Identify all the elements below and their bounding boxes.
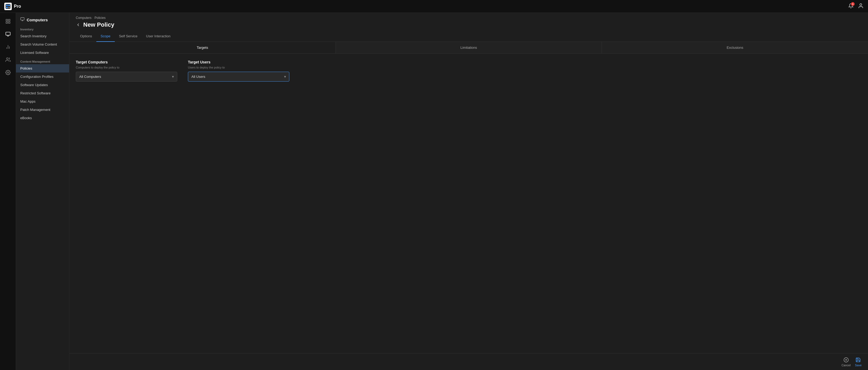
bottom-bar: Cancel Save (69, 353, 868, 370)
nav-item-licensed-software[interactable]: Licensed Software (16, 48, 69, 57)
nav-item-software-updates[interactable]: Software Updates (16, 81, 69, 89)
page-header: Computers : Policies New Policy (69, 13, 868, 28)
target-computers-select-wrapper: All Computers Specific Computers Compute… (76, 72, 177, 81)
breadcrumb: Computers : Policies (76, 16, 862, 20)
svg-rect-8 (8, 22, 10, 24)
svg-rect-16 (21, 18, 24, 20)
target-computers-select[interactable]: All Computers Specific Computers Compute… (76, 72, 177, 81)
target-users-group: Target Users Users to deploy the policy … (188, 60, 289, 81)
svg-rect-2 (8, 4, 10, 6)
breadcrumb-computers[interactable]: Computers (76, 16, 92, 20)
svg-rect-4 (8, 7, 10, 8)
tab-options[interactable]: Options (76, 31, 96, 42)
nav-item-config-profiles[interactable]: Configuration Profiles (16, 72, 69, 81)
svg-rect-10 (6, 32, 10, 35)
sidebar-icon-computers[interactable] (3, 29, 13, 39)
sidebar-icon-settings[interactable] (3, 67, 13, 78)
target-users-title: Target Users (188, 60, 289, 64)
save-icon (855, 357, 861, 363)
svg-rect-3 (6, 7, 8, 8)
content-area: Computers : Policies New Policy Options … (69, 13, 868, 370)
svg-rect-1 (6, 4, 8, 6)
targets-section: Target Computers Computers to deploy the… (69, 54, 868, 88)
svg-point-14 (6, 58, 8, 60)
nav-item-mac-apps[interactable]: Mac Apps (16, 97, 69, 106)
target-users-desc: Users to deploy the policy to (188, 66, 289, 69)
app-logo (4, 3, 12, 10)
target-users-select-wrapper: All Users Specific Users User Groups ▼ (188, 72, 289, 81)
computers-nav-icon (20, 17, 25, 23)
sub-tabs-bar: Targets Limitations Exclusions (69, 42, 868, 54)
nav-item-ebooks[interactable]: eBooks (16, 114, 69, 122)
target-computers-group: Target Computers Computers to deploy the… (76, 60, 177, 81)
inventory-section-label: Inventory (16, 25, 69, 32)
nav-item-search-inventory[interactable]: Search Inventory (16, 32, 69, 40)
left-nav-header: Computers (16, 13, 69, 25)
target-computers-desc: Computers to deploy the policy to (76, 66, 177, 69)
tab-scope[interactable]: Scope (96, 31, 115, 42)
content-management-section-label: Content Management (16, 57, 69, 64)
svg-rect-7 (8, 20, 10, 21)
svg-point-5 (860, 3, 862, 5)
nav-item-policies[interactable]: Policies (16, 64, 69, 72)
sidebar-icon-users[interactable] (3, 55, 13, 65)
left-nav: Computers Inventory Search Inventory Sea… (16, 13, 69, 370)
page-title-row: New Policy (76, 21, 862, 28)
targets-row: Target Computers Computers to deploy the… (76, 60, 862, 81)
svg-rect-9 (6, 22, 7, 24)
icon-sidebar (0, 13, 16, 370)
scope-content: Targets Limitations Exclusions Target Co… (69, 42, 868, 353)
topbar: Pro 1 (0, 0, 868, 13)
sub-tab-limitations[interactable]: Limitations (336, 42, 602, 53)
notification-badge: 1 (851, 2, 855, 6)
target-computers-title: Target Computers (76, 60, 177, 64)
topbar-right: 1 (848, 3, 864, 10)
save-label: Save (855, 364, 862, 367)
topbar-left: Pro (4, 3, 21, 10)
cancel-icon (843, 357, 849, 363)
nav-item-restricted-software[interactable]: Restricted Software (16, 89, 69, 97)
user-menu-button[interactable] (858, 3, 864, 10)
left-nav-title: Computers (27, 18, 48, 22)
cancel-label: Cancel (842, 364, 851, 367)
svg-point-15 (7, 72, 8, 73)
page-title: New Policy (83, 21, 114, 28)
tab-user-interaction[interactable]: User Interaction (142, 31, 175, 42)
save-button[interactable]: Save (855, 357, 862, 367)
sub-tab-targets[interactable]: Targets (69, 42, 336, 53)
back-button[interactable] (76, 23, 81, 27)
nav-item-patch-management[interactable]: Patch Management (16, 106, 69, 114)
breadcrumb-policies[interactable]: Policies (94, 16, 105, 20)
tabs-bar: Options Scope Self Service User Interact… (69, 31, 868, 42)
svg-rect-6 (6, 20, 7, 21)
app-name: Pro (14, 4, 21, 9)
cancel-button[interactable]: Cancel (842, 357, 851, 367)
breadcrumb-separator: : (93, 16, 93, 20)
main-layout: Computers Inventory Search Inventory Sea… (0, 13, 868, 370)
sub-tab-exclusions[interactable]: Exclusions (602, 42, 868, 53)
notification-button[interactable]: 1 (848, 3, 854, 10)
sidebar-icon-dashboard[interactable] (3, 16, 13, 27)
sidebar-icon-reports[interactable] (3, 42, 13, 52)
nav-item-search-volume[interactable]: Search Volume Content (16, 40, 69, 48)
tab-self-service[interactable]: Self Service (115, 31, 142, 42)
target-users-select[interactable]: All Users Specific Users User Groups (188, 72, 289, 81)
